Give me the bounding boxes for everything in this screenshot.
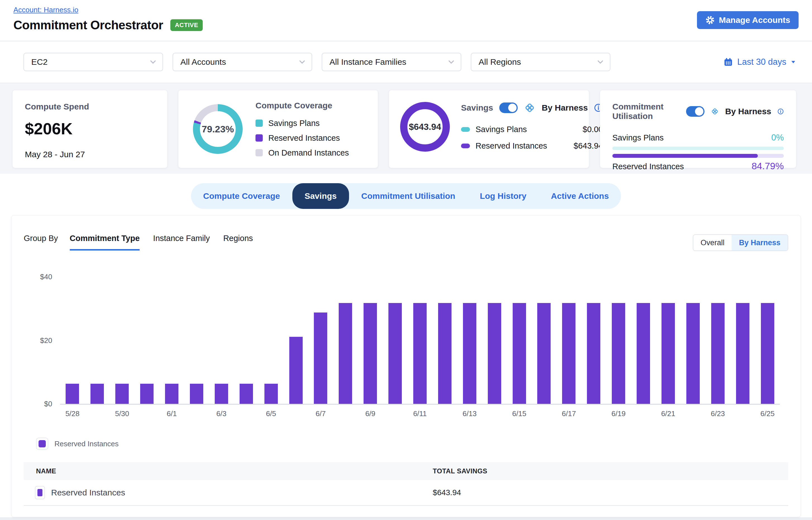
bar-6-15[interactable] bbox=[513, 303, 526, 404]
x-axis-label-6-25: 6/25 bbox=[760, 409, 775, 418]
bar-6-11[interactable] bbox=[413, 303, 427, 404]
filter-dropdown-value: EC2 bbox=[31, 57, 48, 67]
bar-6-8[interactable] bbox=[339, 303, 352, 404]
savings-total: $643.94 bbox=[409, 122, 441, 132]
bar-6-18[interactable] bbox=[587, 303, 600, 404]
savings-by-harness-label: By Harness bbox=[542, 103, 588, 112]
x-axis-label-6-15: 6/15 bbox=[512, 409, 526, 418]
bar-6-13[interactable] bbox=[463, 303, 476, 404]
filter-bar: EC2 All Accounts All Instance Families A… bbox=[0, 41, 812, 83]
row-swatch-color bbox=[37, 489, 43, 496]
filter-dropdown-all-regions[interactable]: All Regions bbox=[471, 53, 610, 71]
caret-down-icon bbox=[790, 59, 796, 65]
chart-legend-chip-reserved-instances[interactable] bbox=[36, 438, 48, 450]
view-tabs: Compute CoverageSavingsCommitment Utilis… bbox=[191, 183, 621, 209]
filter-dropdown-value: All Regions bbox=[479, 57, 521, 67]
compute-coverage-title: Compute Coverage bbox=[256, 101, 349, 110]
x-axis-label-6-11: 6/11 bbox=[413, 409, 427, 418]
table-header: NAME TOTAL SAVINGS bbox=[24, 462, 788, 480]
savings-title: Savings bbox=[461, 103, 493, 112]
savings-panel: Group By Commitment TypeInstance FamilyR… bbox=[11, 215, 801, 517]
bar-6-20[interactable] bbox=[637, 303, 650, 404]
row-swatch bbox=[35, 486, 45, 499]
table-cell-total-savings: $643.94 bbox=[433, 488, 461, 497]
account-breadcrumb-link[interactable]: Account: Harness.io bbox=[14, 6, 78, 14]
bar-6-22[interactable] bbox=[686, 303, 700, 404]
tab-compute-coverage[interactable]: Compute Coverage bbox=[191, 183, 292, 209]
bar-6-16[interactable] bbox=[537, 303, 551, 404]
table-cell-name: Reserved Instances bbox=[24, 486, 125, 499]
bar-6-9[interactable] bbox=[364, 303, 377, 404]
utilisation-row-label: Reserved Instances bbox=[612, 162, 684, 171]
bar-6-1[interactable] bbox=[165, 384, 178, 404]
filter-dropdown-all-instance-families[interactable]: All Instance Families bbox=[322, 53, 461, 71]
legend-swatch bbox=[461, 127, 470, 132]
chevron-down-icon bbox=[298, 57, 307, 67]
bar-6-10[interactable] bbox=[388, 303, 402, 404]
summary-cards-band: Compute Spend $206K May 28 - Jun 27 79.2… bbox=[0, 83, 812, 174]
calendar-icon bbox=[723, 57, 733, 67]
manage-accounts-button[interactable]: Manage Accounts bbox=[697, 11, 798, 29]
bar-6-3[interactable] bbox=[215, 384, 228, 404]
bar-6-24[interactable] bbox=[736, 303, 750, 404]
bar-6-2[interactable] bbox=[190, 384, 203, 404]
compute-spend-period: May 28 - Jun 27 bbox=[25, 150, 155, 159]
status-badge: ACTIVE bbox=[170, 19, 203, 31]
coverage-legend-item-reserved-instances: Reserved Instances bbox=[256, 133, 349, 143]
group-by-option-commitment-type[interactable]: Commitment Type bbox=[70, 234, 140, 251]
utilisation-title: Commitment Utilisation bbox=[612, 102, 680, 121]
tab-commitment-utilisation[interactable]: Commitment Utilisation bbox=[349, 183, 468, 209]
view-option-by-harness[interactable]: By Harness bbox=[732, 235, 788, 251]
bar-5-29[interactable] bbox=[90, 384, 104, 404]
bar-6-6[interactable] bbox=[289, 337, 303, 404]
view-option-overall[interactable]: Overall bbox=[693, 235, 732, 251]
date-range-picker[interactable]: Last 30 days bbox=[723, 57, 796, 67]
bar-6-14[interactable] bbox=[488, 303, 501, 404]
chevron-down-icon bbox=[596, 57, 605, 67]
coverage-percent: 79.23% bbox=[202, 124, 234, 135]
x-axis-label-6-9: 6/9 bbox=[365, 409, 375, 418]
bar-6-5[interactable] bbox=[264, 384, 278, 404]
commitment-utilisation-card: Commitment Utilisation By Harness Saving… bbox=[600, 90, 796, 168]
savings-table: NAME TOTAL SAVINGS Reserved Instances$64… bbox=[24, 462, 788, 506]
bar-6-23[interactable] bbox=[711, 303, 725, 404]
group-by-option-regions[interactable]: Regions bbox=[223, 234, 253, 251]
legend-swatch bbox=[256, 134, 263, 141]
utilisation-row-percent: 84.79% bbox=[752, 161, 784, 172]
filter-dropdown-all-accounts[interactable]: All Accounts bbox=[173, 53, 312, 71]
legend-label: Reserved Instances bbox=[268, 133, 340, 143]
utilisation-bar-fill bbox=[612, 154, 758, 158]
bar-5-30[interactable] bbox=[115, 384, 129, 404]
tab-log-history[interactable]: Log History bbox=[467, 183, 539, 209]
x-axis-label-5-28: 5/28 bbox=[66, 409, 80, 418]
bar-6-12[interactable] bbox=[438, 303, 451, 404]
bar-6-25[interactable] bbox=[761, 303, 774, 404]
tab-savings[interactable]: Savings bbox=[292, 183, 349, 209]
bar-6-7[interactable] bbox=[314, 312, 327, 404]
bar-6-17[interactable] bbox=[562, 303, 576, 404]
legend-swatch bbox=[38, 440, 46, 447]
page-header: Account: Harness.io Commitment Orchestra… bbox=[0, 0, 812, 41]
savings-row-value: $643.94 bbox=[574, 141, 603, 151]
row-name-label: Reserved Instances bbox=[51, 488, 125, 497]
bar-6-21[interactable] bbox=[661, 303, 675, 404]
filter-dropdown-ec2[interactable]: EC2 bbox=[23, 53, 163, 71]
info-icon[interactable] bbox=[777, 107, 784, 116]
savings-by-harness-toggle[interactable] bbox=[499, 103, 518, 113]
bar-6-19[interactable] bbox=[612, 303, 625, 404]
coverage-legend-item-on-demand-instances: On Demand Instances bbox=[256, 148, 349, 157]
manage-accounts-label: Manage Accounts bbox=[719, 15, 790, 25]
bar-5-31[interactable] bbox=[140, 384, 154, 404]
bar-5-28[interactable] bbox=[66, 384, 79, 404]
x-axis-label-6-1: 6/1 bbox=[167, 409, 177, 418]
chevron-down-icon bbox=[447, 57, 456, 67]
group-by-option-instance-family[interactable]: Instance Family bbox=[153, 234, 210, 251]
x-axis-label-5-30: 5/30 bbox=[115, 409, 129, 418]
compute-coverage-donut: 79.23% bbox=[193, 104, 243, 154]
group-by-label: Group By bbox=[24, 234, 58, 243]
bar-6-4[interactable] bbox=[240, 384, 253, 404]
utilisation-by-harness-toggle[interactable] bbox=[686, 106, 705, 117]
x-axis-label-6-17: 6/17 bbox=[562, 409, 576, 418]
tab-active-actions[interactable]: Active Actions bbox=[539, 183, 621, 209]
page-title: Commitment Orchestrator bbox=[14, 18, 163, 32]
